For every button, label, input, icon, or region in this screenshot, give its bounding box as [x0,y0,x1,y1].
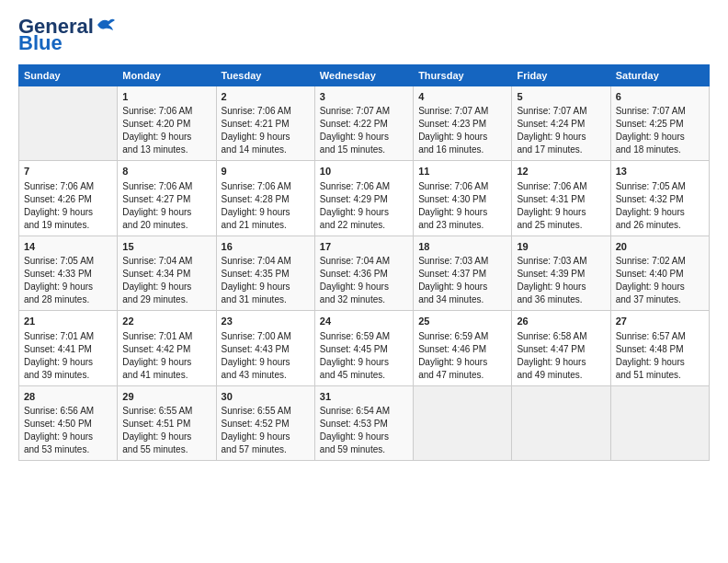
day-header-tuesday: Tuesday [216,65,314,86]
calendar-cell: 11Sunrise: 7:06 AMSunset: 4:30 PMDayligh… [414,161,512,236]
day-info-line: and 36 minutes. [517,293,605,306]
calendar-cell: 29Sunrise: 6:55 AMSunset: 4:51 PMDayligh… [118,385,216,460]
day-info-line: Sunset: 4:25 PM [616,118,704,131]
calendar-cell: 30Sunrise: 6:55 AMSunset: 4:52 PMDayligh… [216,385,314,460]
day-number: 2 [222,90,310,104]
day-info-line: and 25 minutes. [517,219,605,232]
day-info-line: Sunset: 4:50 PM [24,418,112,431]
day-info-line: Sunset: 4:51 PM [122,418,210,431]
day-info-line: Sunrise: 6:59 AM [418,330,506,343]
day-info-line: Sunset: 4:27 PM [122,193,210,206]
day-info-line: Sunrise: 7:03 AM [418,255,506,268]
day-info-line: Daylight: 9 hours [616,281,704,293]
day-info-line: and 18 minutes. [616,144,704,156]
day-info-line: Daylight: 9 hours [24,356,112,369]
day-info-line: and 17 minutes. [517,144,605,156]
day-info-line: and 43 minutes. [222,369,310,382]
day-info-line: and 15 minutes. [320,144,408,156]
day-info-line: Sunset: 4:21 PM [222,118,310,131]
calendar-cell: 5Sunrise: 7:07 AMSunset: 4:24 PMDaylight… [512,86,610,161]
day-number: 19 [517,240,605,254]
header: General Blue [18,17,710,53]
day-info-line: Sunset: 4:32 PM [616,193,704,206]
day-info-line: Sunset: 4:47 PM [517,343,605,356]
day-number: 3 [320,90,408,104]
day-number: 15 [122,240,210,254]
day-number: 20 [616,240,704,254]
day-info-line: Sunset: 4:34 PM [122,268,210,281]
calendar-cell: 9Sunrise: 7:06 AMSunset: 4:28 PMDaylight… [216,161,314,236]
day-number: 26 [517,315,605,328]
day-number: 21 [24,315,112,328]
day-info-line: Sunrise: 6:55 AM [122,405,210,418]
day-info-line: and 39 minutes. [24,369,112,382]
day-info-line: Daylight: 9 hours [517,356,605,369]
day-info-line: Sunset: 4:31 PM [517,193,605,206]
day-header-friday: Friday [512,65,610,86]
day-info-line: Daylight: 9 hours [222,206,310,219]
day-info-line: Sunset: 4:48 PM [616,343,704,356]
day-info-line: and 37 minutes. [616,293,704,306]
day-number: 16 [222,240,310,254]
week-row-0: 1Sunrise: 7:06 AMSunset: 4:20 PMDaylight… [19,86,710,161]
day-info-line: and 26 minutes. [616,219,704,232]
day-info-line: Sunset: 4:35 PM [222,268,310,281]
day-number: 30 [222,390,310,404]
day-info-line: Sunset: 4:45 PM [320,343,408,356]
header-row: SundayMondayTuesdayWednesdayThursdayFrid… [19,65,710,86]
day-info-line: Daylight: 9 hours [616,356,704,369]
day-info-line: Daylight: 9 hours [24,281,112,293]
day-info-line: Sunset: 4:46 PM [418,343,506,356]
day-info-line: Daylight: 9 hours [222,281,310,293]
day-info-line: and 51 minutes. [616,369,704,382]
day-info-line: Daylight: 9 hours [122,431,210,443]
logo-blue: Blue [18,33,116,53]
day-number: 1 [122,90,210,104]
day-info-line: Sunrise: 7:04 AM [222,255,310,268]
day-info-line: Daylight: 9 hours [320,281,408,293]
day-info-line: and 22 minutes. [320,219,408,232]
week-row-1: 7Sunrise: 7:06 AMSunset: 4:26 PMDaylight… [19,161,710,236]
calendar-cell: 17Sunrise: 7:04 AMSunset: 4:36 PMDayligh… [314,236,413,310]
day-info-line: Daylight: 9 hours [517,206,605,219]
calendar-cell: 18Sunrise: 7:03 AMSunset: 4:37 PMDayligh… [414,236,512,310]
day-info-line: Sunset: 4:22 PM [320,118,408,131]
day-info-line: Sunset: 4:29 PM [320,193,408,206]
calendar-cell: 24Sunrise: 6:59 AMSunset: 4:45 PMDayligh… [314,311,413,385]
day-info-line: Daylight: 9 hours [122,356,210,369]
day-info-line: Sunrise: 6:58 AM [517,330,605,343]
day-info-line: Sunrise: 7:06 AM [122,180,210,193]
calendar-cell: 19Sunrise: 7:03 AMSunset: 4:39 PMDayligh… [512,236,610,310]
day-info-line: Sunset: 4:24 PM [517,118,605,131]
calendar-cell: 4Sunrise: 7:07 AMSunset: 4:23 PMDaylight… [414,86,512,161]
logo-bird-icon [96,16,116,34]
day-info-line: Sunrise: 7:05 AM [616,180,704,193]
day-info-line: Sunset: 4:37 PM [418,268,506,281]
day-info-line: and 21 minutes. [222,219,310,232]
day-info-line: Daylight: 9 hours [24,206,112,219]
day-number: 13 [616,165,704,178]
day-info-line: and 31 minutes. [222,293,310,306]
calendar-cell: 25Sunrise: 6:59 AMSunset: 4:46 PMDayligh… [414,311,512,385]
day-number: 18 [418,240,506,254]
calendar-cell: 21Sunrise: 7:01 AMSunset: 4:41 PMDayligh… [19,311,118,385]
day-info-line: Sunrise: 7:06 AM [24,180,112,193]
day-info-line: Sunrise: 7:04 AM [122,255,210,268]
day-info-line: Daylight: 9 hours [616,131,704,144]
day-header-wednesday: Wednesday [314,65,413,86]
calendar-cell: 27Sunrise: 6:57 AMSunset: 4:48 PMDayligh… [610,311,709,385]
day-number: 14 [24,240,112,254]
day-info-line: Sunset: 4:40 PM [616,268,704,281]
calendar-cell [19,86,118,161]
day-info-line: and 29 minutes. [122,293,210,306]
calendar-cell [610,385,709,460]
day-info-line: Sunrise: 6:59 AM [320,330,408,343]
day-number: 11 [418,165,506,178]
day-info-line: Sunrise: 7:07 AM [320,105,408,118]
day-number: 9 [222,165,310,178]
calendar-cell: 2Sunrise: 7:06 AMSunset: 4:21 PMDaylight… [216,86,314,161]
logo: General Blue [18,17,116,53]
day-header-saturday: Saturday [610,65,709,86]
day-info-line: Sunset: 4:52 PM [222,418,310,431]
day-info-line: Daylight: 9 hours [418,356,506,369]
